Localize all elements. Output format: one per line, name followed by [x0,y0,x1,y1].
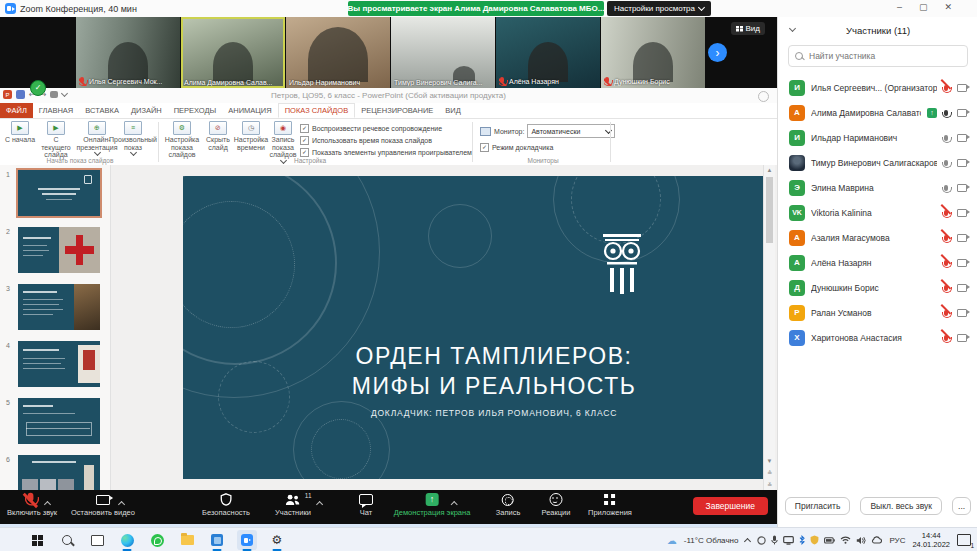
participant-row[interactable]: И Илья Сергеевич... (Организатор, я) [778,75,977,100]
camera-off-icon[interactable] [957,84,967,92]
video-tile[interactable]: Ильдар Нариманович [286,17,390,88]
tab-animations[interactable]: АНИМАЦИЯ [222,103,277,118]
tab-slideshow[interactable]: ПОКАЗ СЛАЙДОВ [278,103,356,118]
camera-off-icon[interactable] [957,159,967,167]
mic-options-chevron[interactable] [44,501,51,508]
participant-search[interactable] [788,45,968,67]
participant-row[interactable]: Э Элина Маврина [778,175,977,200]
record-button[interactable]: Запись [496,493,521,517]
start-button[interactable] [30,533,44,547]
tab-home[interactable]: ГЛАВНАЯ [33,103,79,118]
next-slide-icon[interactable]: ≚ [764,481,775,488]
security-button[interactable]: Безопасность [202,493,250,517]
reactions-button[interactable]: Реакции [542,493,571,517]
task-view-button[interactable] [90,533,104,547]
tab-file[interactable]: ФАЙЛ [0,103,33,118]
checkbox-use-timings[interactable]: Использовать время показа слайдов [300,136,472,145]
slideshow-preview-icon[interactable] [50,91,58,98]
setup-slideshow-button[interactable]: ⚙Настройка показа слайдов [162,121,202,159]
mic-tray-icon[interactable] [771,535,778,545]
video-tile[interactable]: Тимур Винерович Салига... [391,17,495,88]
tray-expand-chevron[interactable] [744,537,751,544]
participant-row[interactable]: А Азалия Магасумова [778,225,977,250]
taskbar-clock[interactable]: 14:44 24.01.2022 [912,531,950,549]
hide-slide-button[interactable]: ⊘Скрыть слайд [202,121,234,151]
slide-thumbnail-4[interactable]: 4 [0,340,110,390]
participant-row[interactable]: И Ильдар Нариманович [778,125,977,150]
camera-off-icon[interactable] [957,134,967,142]
end-meeting-button[interactable]: Завершение [693,497,768,515]
slide-thumbnail-2[interactable]: 2 [0,226,110,276]
edge-icon[interactable] [120,533,134,547]
tab-design[interactable]: ДИЗАЙН [125,103,168,118]
monitor-select[interactable]: Автоматически [527,124,615,138]
participants-button[interactable]: 11 Участники [275,493,311,517]
checkbox-presenter-view[interactable]: Режим докладчика [480,143,615,152]
custom-show-button[interactable]: ≡Произвольный показ [112,121,154,155]
zoom-taskbar-icon[interactable] [240,533,254,547]
from-beginning-button[interactable]: ▶С начала [2,121,38,144]
camera-off-icon[interactable] [957,109,967,117]
wifi-tray-icon[interactable] [840,536,851,544]
checkbox-play-narrations[interactable]: Воспроизвести речевое сопровождение [300,124,472,133]
checkbox-show-media-controls[interactable]: Показать элементы управления проигрывате… [300,148,472,157]
taskbar-search-button[interactable] [60,533,74,547]
tab-transitions[interactable]: ПЕРЕХОДЫ [168,103,223,118]
video-tile[interactable]: Алёна Назарян [496,17,600,88]
participant-row[interactable]: Д Дунюшкин Борис [778,275,977,300]
unmute-button[interactable]: Включить звук [7,493,57,517]
camera-off-icon[interactable] [957,209,967,217]
muted-mic-icon[interactable] [943,204,951,222]
onedrive-tray-icon[interactable] [757,536,766,545]
current-slide[interactable]: ОРДЕН ТАМПЛИЕРОВ: МИФЫ И РЕАЛЬНОСТЬ ДОКЛ… [183,176,765,479]
settings-icon[interactable]: ⚙ [270,533,284,547]
notification-center-icon[interactable]: 1 [957,534,971,546]
scroll-down-icon[interactable]: ▼ [764,458,775,464]
cloud-tray-icon[interactable] [871,536,882,544]
whatsapp-icon[interactable] [150,533,164,547]
participant-row[interactable]: А Алима Дамировна Салаватов... ↑ [778,100,977,125]
collapse-panel-chevron[interactable] [789,25,796,32]
vertical-scrollbar[interactable]: ▲ ▼ ≙ ≚ [763,165,775,490]
weather-text[interactable]: -11°C Облачно [684,536,739,545]
participant-row[interactable]: Х Харитонова Анастасия [778,325,977,350]
from-current-slide-button[interactable]: ▶С текущего слайда [38,121,74,159]
bluetooth-tray-icon[interactable] [799,535,805,545]
scrollbar-thumb[interactable] [766,177,773,243]
share-options-chevron[interactable] [450,501,457,508]
ribbon-display-options-icon[interactable] [758,91,769,102]
view-settings-button[interactable]: Настройки просмотра [607,1,711,16]
slide-thumbnail-1[interactable]: 1 [0,169,110,219]
tab-insert[interactable]: ВСТАВКА [79,103,125,118]
close-button[interactable]: ✕ [944,2,952,12]
volume-tray-icon[interactable] [856,536,866,545]
muted-mic-icon[interactable] [943,254,951,272]
camera-off-icon[interactable] [957,334,967,342]
battery-tray-icon[interactable] [824,537,835,544]
slide-thumbnail-3[interactable]: 3 [0,283,110,333]
share-screen-button[interactable]: ↑ Демонстрация экрана [394,493,471,517]
minimize-button[interactable]: – [897,2,902,12]
muted-mic-icon[interactable] [943,279,951,297]
previous-slide-icon[interactable]: ≙ [764,469,775,476]
stop-video-button[interactable]: Остановить видео [71,493,135,517]
mic-icon[interactable] [943,179,951,197]
language-indicator[interactable]: РУС [889,536,905,545]
video-tile[interactable]: Дунюшкин Борис [601,17,705,88]
slide-thumbnail-5[interactable]: 5 [0,397,110,447]
invite-button[interactable]: Пригласить [785,497,851,515]
apps-button[interactable]: Приложения [588,493,632,517]
rehearse-timings-button[interactable]: ◷Настройка времени [234,121,268,151]
file-explorer-icon[interactable] [180,533,194,547]
maximize-button[interactable]: ▢ [919,2,928,12]
muted-mic-icon[interactable] [943,229,951,247]
search-input[interactable] [807,50,961,62]
more-options-button[interactable]: ... [952,497,971,515]
defender-tray-icon[interactable] [810,535,819,545]
camera-off-icon[interactable] [957,309,967,317]
save-icon[interactable] [16,90,25,99]
camera-off-icon[interactable] [957,284,967,292]
mic-icon[interactable] [943,104,951,122]
mic-icon[interactable] [943,154,951,172]
participant-row[interactable]: Тимур Винерович Салигаскаров [778,150,977,175]
